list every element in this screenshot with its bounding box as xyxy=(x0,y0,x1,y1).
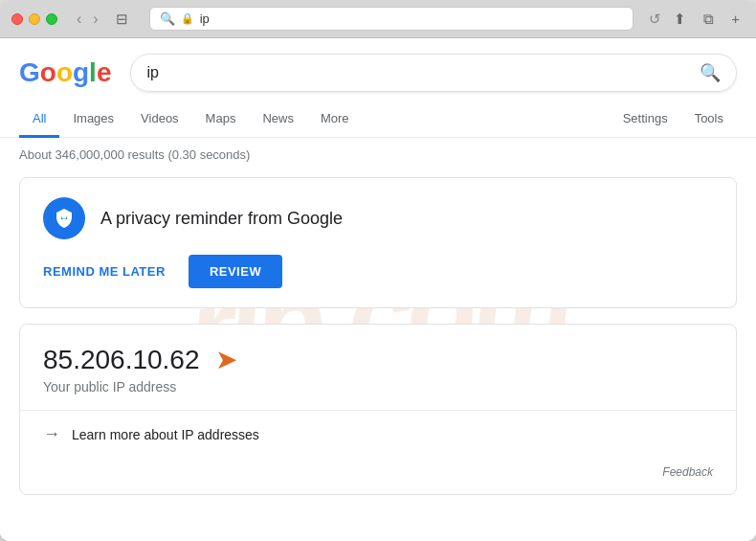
ip-label: Your public IP address xyxy=(43,379,713,394)
share-button[interactable]: ⬆ xyxy=(669,9,691,30)
remind-later-button[interactable]: REMIND ME LATER xyxy=(43,264,166,279)
ip-address-row: 85.206.10.62 ➤ xyxy=(43,344,713,375)
minimize-button[interactable] xyxy=(29,13,40,25)
traffic-lights xyxy=(11,13,57,25)
nav-videos[interactable]: Videos xyxy=(127,101,192,138)
shield-icon xyxy=(43,197,85,239)
arrow-icon: ➤ xyxy=(215,344,237,375)
forward-button[interactable]: › xyxy=(89,10,101,29)
privacy-card-header: A privacy reminder from Google xyxy=(43,197,713,239)
results-count: About 346,000,000 results (0.30 seconds) xyxy=(19,147,737,162)
address-search-icon: 🔍 xyxy=(160,11,175,26)
logo-e: e xyxy=(97,57,112,87)
google-page: rip.com Google 🔍 All Images Videos Maps … xyxy=(0,38,756,541)
feedback-row: Feedback xyxy=(43,458,713,494)
nav-maps[interactable]: Maps xyxy=(192,101,250,138)
new-tab-button[interactable]: + xyxy=(726,9,745,29)
address-bar[interactable]: 🔍 🔒 ip xyxy=(149,7,634,31)
browser-content: rip.com Google 🔍 All Images Videos Maps … xyxy=(0,38,756,541)
privacy-actions: REMIND ME LATER REVIEW xyxy=(43,255,713,288)
logo-o1: o xyxy=(40,57,56,87)
search-box[interactable]: 🔍 xyxy=(130,54,737,92)
nav-buttons: ‹ › xyxy=(73,10,102,29)
nav-news[interactable]: News xyxy=(249,101,307,138)
svg-point-1 xyxy=(62,214,67,219)
lock-icon: 🔒 xyxy=(181,12,194,25)
sidebar-button[interactable]: ⊟ xyxy=(110,9,134,30)
logo-o2: o xyxy=(56,57,73,87)
ip-card: 85.206.10.62 ➤ Your public IP address → … xyxy=(19,324,737,495)
new-window-button[interactable]: ⧉ xyxy=(699,9,719,30)
reload-button[interactable]: ↺ xyxy=(649,11,661,28)
google-logo: Google xyxy=(19,57,111,88)
logo-g2: g xyxy=(73,57,89,87)
search-nav: All Images Videos Maps News More Setting… xyxy=(0,101,756,138)
results-area: About 346,000,000 results (0.30 seconds) xyxy=(0,138,756,520)
nav-images[interactable]: Images xyxy=(59,101,127,138)
privacy-card: A privacy reminder from Google REMIND ME… xyxy=(19,177,737,308)
ip-address: 85.206.10.62 xyxy=(43,345,200,375)
address-text: ip xyxy=(200,11,624,26)
logo-l: l xyxy=(89,57,97,87)
nav-tools[interactable]: Tools xyxy=(681,101,737,138)
google-header: Google 🔍 xyxy=(0,38,756,101)
learn-more-row[interactable]: → Learn more about IP addresses xyxy=(43,411,713,458)
search-submit-icon[interactable]: 🔍 xyxy=(700,62,721,83)
search-input[interactable] xyxy=(146,64,690,81)
search-nav-right: Settings Tools xyxy=(610,101,737,137)
browser-window: ‹ › ⊟ 🔍 🔒 ip ↺ ⬆ ⧉ + rip.com Google xyxy=(0,0,756,541)
learn-more-text[interactable]: Learn more about IP addresses xyxy=(72,427,259,442)
close-button[interactable] xyxy=(11,13,23,25)
review-button[interactable]: REVIEW xyxy=(189,255,282,288)
feedback-link[interactable]: Feedback xyxy=(662,465,713,479)
nav-all[interactable]: All xyxy=(19,101,59,138)
svg-point-2 xyxy=(61,219,68,223)
shield-svg xyxy=(53,207,76,230)
nav-settings[interactable]: Settings xyxy=(610,101,681,138)
back-button[interactable]: ‹ xyxy=(73,10,85,29)
maximize-button[interactable] xyxy=(46,13,57,25)
arrow-right-icon: → xyxy=(43,424,60,444)
nav-more[interactable]: More xyxy=(307,101,363,138)
title-bar: ‹ › ⊟ 🔍 🔒 ip ↺ ⬆ ⧉ + xyxy=(0,0,756,38)
logo-g: G xyxy=(19,57,40,87)
privacy-card-title: A privacy reminder from Google xyxy=(100,209,343,229)
